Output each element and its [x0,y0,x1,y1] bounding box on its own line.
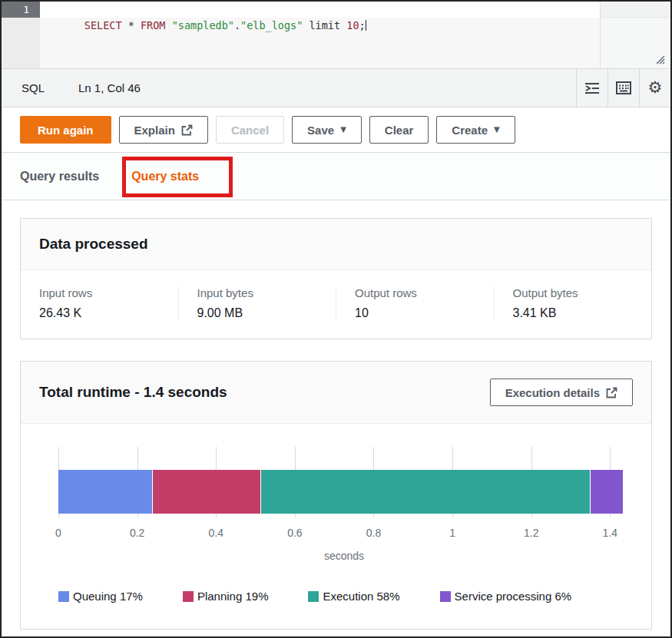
tab-query-stats[interactable]: Query stats [131,170,199,183]
stat-input-bytes: Input bytes 9.00 MB [178,286,336,320]
code-line[interactable]: SELECT * FROM "sampledb"."elb_logs" limi… [40,2,603,18]
settings-gear-icon: ⚙ [648,80,663,96]
execution-details-button[interactable]: Execution details [490,379,633,406]
tick-label: 1.2 [524,527,538,539]
tick-label: 0 [55,527,61,539]
run-again-button[interactable]: Run again [20,116,111,144]
x-axis-title: seconds [39,550,630,562]
sql-editor[interactable]: 1 SELECT * FROM "sampledb"."elb_logs" li… [2,2,670,69]
legend-swatch [183,591,194,602]
results-tab-bar: Query results Query stats [2,153,670,200]
stacked-bar [58,470,630,514]
scrollbar-thumb[interactable] [601,2,670,18]
chart-legend: Queuing 17%Planning 19%Execution 58%Serv… [58,590,630,603]
legend-swatch [440,591,451,602]
language-indicator: SQL [22,81,45,94]
tab-query-results[interactable]: Query results [20,170,99,183]
athena-query-editor-panel: 1 SELECT * FROM "sampledb"."elb_logs" li… [0,0,672,638]
data-processed-stats: Input rows 26.43 K Input bytes 9.00 MB O… [21,270,651,339]
bar-segment-service-processing [591,470,624,514]
editor-settings-button[interactable]: ⚙ [639,69,670,107]
query-action-toolbar: Run again Explain Cancel Save ▼ Clear Cr… [2,107,670,153]
line-number: 1 [2,2,40,18]
stat-output-bytes: Output bytes 3.41 KB [494,286,652,320]
stat-input-rows: Input rows 26.43 K [21,286,178,320]
legend-item-planning: Planning 19% [183,590,269,603]
text-cursor [366,20,366,31]
stat-output-rows: Output rows 10 [336,286,494,320]
data-processed-card: Data processed Input rows 26.43 K Input … [20,218,652,339]
cursor-position: Ln 1, Col 46 [78,81,141,94]
legend-label: Service processing 6% [455,590,572,603]
tick-label: 1.4 [603,527,617,539]
legend-swatch [308,591,319,602]
code-line-text: SELECT * FROM "sampledb"."elb_logs" limi… [84,19,366,31]
legend-item-service-processing: Service processing 6% [440,590,572,603]
external-link-icon [606,387,617,398]
tick-label: 0.8 [366,527,381,539]
legend-label: Execution 58% [323,590,399,603]
legend-label: Queuing 17% [73,590,143,603]
explain-button[interactable]: Explain [119,116,208,144]
tick-label: 0.4 [209,527,223,539]
create-dropdown-button[interactable]: Create ▼ [436,116,515,144]
tick-label: 0.6 [287,527,302,539]
total-runtime-title: Total runtime - 1.4 seconds [39,384,227,401]
legend-item-execution: Execution 58% [308,590,399,603]
format-sql-button[interactable] [576,69,607,107]
data-processed-title: Data processed [39,236,148,253]
runtime-plot-area [58,447,630,517]
external-link-icon [181,124,193,136]
chevron-down-icon: ▼ [340,126,346,134]
legend-swatch [58,591,69,602]
bar-segment-execution [261,470,590,514]
editor-status-bar: SQL Ln 1, Col 46 [2,69,670,107]
bar-segment-queuing [58,470,153,514]
keyboard-shortcuts-icon [616,81,631,94]
clear-button[interactable]: Clear [369,116,429,144]
legend-label: Planning 19% [197,590,269,603]
keyboard-shortcuts-button[interactable] [607,69,639,107]
legend-item-queuing: Queuing 17% [58,590,143,603]
tick-label: 0.2 [130,527,144,539]
x-axis-tick-labels: 00.20.40.60.811.21.4 [58,527,630,542]
save-dropdown-button[interactable]: Save ▼ [292,116,362,144]
cancel-button: Cancel [216,116,284,144]
resize-handle-icon[interactable] [654,54,665,64]
tick-label: 1 [449,527,455,539]
editor-gutter: 1 [2,2,40,68]
total-runtime-card: Total runtime - 1.4 seconds Execution de… [20,361,652,630]
bar-segment-planning [153,470,261,514]
chevron-down-icon: ▼ [494,126,500,134]
query-stats-content: Data processed Input rows 26.43 K Input … [2,200,670,630]
runtime-chart: 00.20.40.60.811.21.4 seconds Queuing 17%… [21,424,651,629]
format-sql-icon [584,82,600,94]
